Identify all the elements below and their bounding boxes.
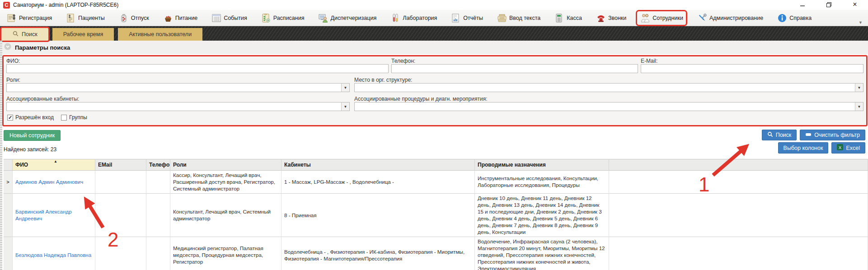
table-row[interactable]: >Админов Админ АдминовичКассир, Консульт… [4,171,868,194]
help-icon [777,13,788,23]
employee-name-link[interactable]: Админов Админ Админович [15,179,83,186]
email-input[interactable] [641,64,863,73]
toolbar-item-patients[interactable]: Пациенты [63,11,108,25]
column-header-phone[interactable]: Телефон [146,159,170,171]
toolbar: РегистрацияПациентыОтпускПитаниеСобытияР… [0,10,868,26]
laboratory-icon [390,13,401,23]
search-icon [767,131,773,139]
checkbox-label: Группы [69,114,87,121]
column-header-fio[interactable]: ▲ФИО [13,159,95,171]
phone-input[interactable] [391,64,638,73]
chevron-down-icon[interactable]: ▼ [855,84,863,92]
row-selector-cell[interactable] [4,194,13,237]
cell-text: Дневник 10 день, Дневник 11 день, Дневни… [478,195,606,235]
org-structure-input[interactable] [355,84,855,92]
clear-filter-button[interactable]: Очистить фильтр [800,130,865,140]
toolbar-item-label: Пациенты [78,15,105,21]
toolbar-item-dispatch[interactable]: Диспетчеризация [315,11,379,25]
cell-procedures: Инструментальные исследования, Консульта… [475,171,609,194]
minimize-button[interactable] [789,0,816,9]
table-header-gutter [4,159,13,171]
fio-input[interactable] [6,64,389,73]
new-employee-button[interactable]: Новый сотрудник [4,130,61,141]
checkbox-login-allowed[interactable]: ✓Разрешён вход [7,114,54,121]
table-header-row: ▲ФИОEMailТелефонРолиКабинетыПроводимые н… [4,159,868,171]
tab-active-users[interactable]: Активные пользователи [118,28,202,41]
tab-search[interactable]: Поиск [1,28,48,41]
procedures-combobox[interactable]: ▼ [354,102,863,111]
close-button[interactable]: × [842,0,868,9]
chevron-down-icon[interactable]: ▼ [341,84,349,92]
toolbar-item-help[interactable]: Справка [774,11,814,25]
cell-cabinets: 1 - Массаж, LPG-Массаж - , Водолечебница… [282,171,475,194]
column-header-cabinets[interactable]: Кабинеты [282,159,475,171]
org-structure-combobox[interactable]: ▼ [354,83,863,92]
toolbar-item-events[interactable]: События [208,11,250,25]
column-header-roles[interactable]: Роли [170,159,282,171]
tab-work-time[interactable]: Рабочее время [52,28,114,41]
clear-filter-label: Очистить фильтр [814,132,860,138]
reports-icon [450,13,461,23]
choose-columns-button[interactable]: Выбор колонок [778,142,829,154]
chevron-down-icon[interactable]: ▼ [341,102,349,111]
column-header-label: Кабинеты [284,162,311,168]
current-row-icon: > [6,179,9,185]
results-count: Найдено записей: 23 [4,146,56,153]
toolbar-item-calls[interactable]: Звонки [593,11,629,25]
excel-export-button[interactable]: X Excel [831,142,865,154]
toolbar-item-label: События [224,15,247,21]
toolbar-item-label: Сотрудники [652,15,683,21]
toolbar-item-registration[interactable]: Регистрация [4,11,55,25]
table-header-filler [609,159,868,171]
toolbar-item-label: Расписания [273,15,305,21]
employee-name-link[interactable]: Безлюдова Надежда Павловна [15,252,91,259]
eraser-icon [805,132,812,139]
toolbar-item-label: Отчёты [463,15,483,21]
table-row[interactable]: Барвинский Александр АндреевичКонсультан… [4,194,868,237]
roles-input[interactable] [7,84,341,92]
toolbar-item-text-entry[interactable]: Ввод текста [494,11,543,25]
toolbar-item-cash[interactable]: Касса [551,11,585,25]
column-header-email[interactable]: EMail [95,159,146,171]
tab-label: Рабочее время [63,31,103,37]
toolbar-item-label: Питание [175,15,197,21]
chevron-down-icon[interactable]: ▼ [855,102,863,111]
toolbar-item-vacation[interactable]: Отпуск [116,11,152,25]
maximize-button[interactable] [816,0,842,9]
toolbar-item-reports[interactable]: Отчёты [448,11,486,25]
cell-email [95,237,146,270]
checkbox-checked-icon: ✓ [7,115,13,121]
table-row[interactable]: Безлюдова Надежда ПавловнаМедицинский ре… [4,237,868,270]
cell-text: Водолечение, Инфракрасная сауна (2 челов… [478,238,606,270]
toolbar-item-food[interactable]: Питание [160,11,200,25]
cell-filler [609,171,868,194]
toolbar-item-administration[interactable]: Администрирование [694,11,766,25]
row-selector-cell[interactable] [4,237,13,270]
cell-filler [609,194,868,237]
food-icon [163,13,174,23]
checkbox-groups[interactable]: Группы [61,114,87,121]
row-selector-cell[interactable]: > [4,171,13,194]
cabinets-combobox[interactable]: ▼ [6,102,350,111]
cell-cabinets: Водолечебница - , Физиотерапия - ИК-каби… [282,237,475,270]
cell-email [95,194,146,237]
procedures-input[interactable] [355,102,855,111]
excel-label: Excel [846,145,860,151]
column-header-procedures[interactable]: Проводимые назначения [475,159,609,171]
toolbar-item-schedules[interactable]: Расписания [258,11,307,25]
employee-name-link[interactable]: Барвинский Александр Андреевич [15,209,92,222]
search-button[interactable]: Поиск [762,130,797,140]
employees-icon [640,13,651,23]
cabinets-input[interactable] [7,102,341,111]
toolbar-item-laboratory[interactable]: Лаборатория [387,11,440,25]
app-logo-icon: C [3,2,10,9]
roles-combobox[interactable]: ▼ [6,83,350,92]
dispatch-icon [318,13,328,23]
email-label: E-Mail: [641,58,657,64]
collapse-panel-icon[interactable] [4,43,11,52]
cell-text: Водолечебница - , Физиотерапия - ИК-каби… [284,249,472,262]
toolbar-item-employees[interactable]: Сотрудники [637,11,686,25]
org-structure-label: Место в орг. структуре: [354,77,412,83]
cell-roles: Консультант, Лечащий врач, Системный адм… [170,194,282,237]
toolbar-overflow-icon[interactable]: ▼ [857,19,864,26]
